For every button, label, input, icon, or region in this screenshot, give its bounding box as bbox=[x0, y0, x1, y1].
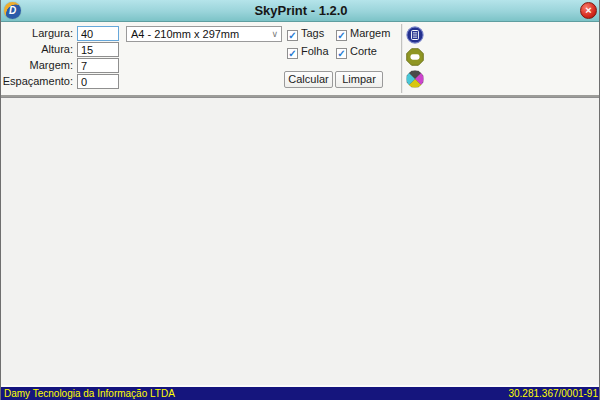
checkbox-folha-label: Folha bbox=[301, 45, 329, 57]
espacamento-label: Espaçamento: bbox=[1, 75, 73, 87]
title-bar[interactable]: D SkyPrint - 1.2.0 × bbox=[1, 0, 600, 22]
company-name: Damy Tecnologia da Informação LTDA bbox=[4, 387, 175, 400]
cnpj-number: 30.281.367/0001-91 bbox=[508, 387, 598, 400]
document-icon[interactable] bbox=[406, 26, 424, 44]
checkbox-tags[interactable]: ✓Tags bbox=[287, 27, 336, 40]
checkbox-corte[interactable]: ✓Corte bbox=[336, 45, 399, 58]
limpar-button[interactable]: Limpar bbox=[335, 71, 383, 88]
checkbox-corte-label: Corte bbox=[350, 45, 377, 57]
toolbar-icons bbox=[406, 26, 426, 92]
altura-row: Altura: bbox=[1, 42, 126, 58]
colors-icon[interactable] bbox=[406, 70, 424, 88]
altura-input[interactable] bbox=[77, 42, 119, 57]
largura-label: Largura: bbox=[1, 27, 73, 39]
checkbox-tags-check-icon: ✓ bbox=[287, 30, 298, 41]
checkbox-corte-check-icon: ✓ bbox=[336, 48, 347, 59]
espacamento-input[interactable] bbox=[77, 74, 119, 89]
largura-row: Largura: bbox=[1, 26, 126, 42]
status-bar: Damy Tecnologia da Informação LTDA 30.28… bbox=[1, 387, 600, 400]
checkbox-folha[interactable]: ✓Folha bbox=[287, 45, 336, 58]
espacamento-row: Espaçamento: bbox=[1, 74, 126, 90]
paper-format-select[interactable]: A4 - 210mm x 297mm ∨ bbox=[126, 26, 282, 42]
settings-panel: Largura: Altura: Margem: Espaçamento: A4… bbox=[1, 22, 600, 97]
margem-input[interactable] bbox=[77, 58, 119, 73]
checkbox-margem-check-icon: ✓ bbox=[336, 30, 347, 41]
paper-format-value: A4 - 210mm x 297mm bbox=[131, 28, 239, 40]
preview-area bbox=[1, 97, 600, 385]
checkbox-margem-label: Margem bbox=[350, 27, 390, 39]
app-window: D SkyPrint - 1.2.0 × Largura: Altura: Ma… bbox=[0, 0, 600, 400]
close-icon[interactable]: × bbox=[580, 2, 597, 19]
largura-input[interactable] bbox=[77, 26, 119, 41]
checkbox-margem[interactable]: ✓Margem bbox=[336, 27, 399, 40]
label-icon[interactable] bbox=[406, 48, 424, 66]
checkbox-folha-check-icon: ✓ bbox=[287, 48, 298, 59]
toolbar-separator bbox=[401, 24, 403, 93]
chevron-down-icon: ∨ bbox=[271, 27, 278, 41]
options-checkboxes: ✓Tags ✓Margem ✓Folha ✓Corte bbox=[287, 27, 399, 58]
altura-label: Altura: bbox=[1, 43, 73, 55]
window-title: SkyPrint - 1.2.0 bbox=[1, 0, 600, 22]
checkbox-tags-label: Tags bbox=[301, 27, 324, 39]
margem-row: Margem: bbox=[1, 58, 126, 74]
calcular-button[interactable]: Calcular bbox=[284, 71, 333, 88]
margem-label: Margem: bbox=[1, 59, 73, 71]
